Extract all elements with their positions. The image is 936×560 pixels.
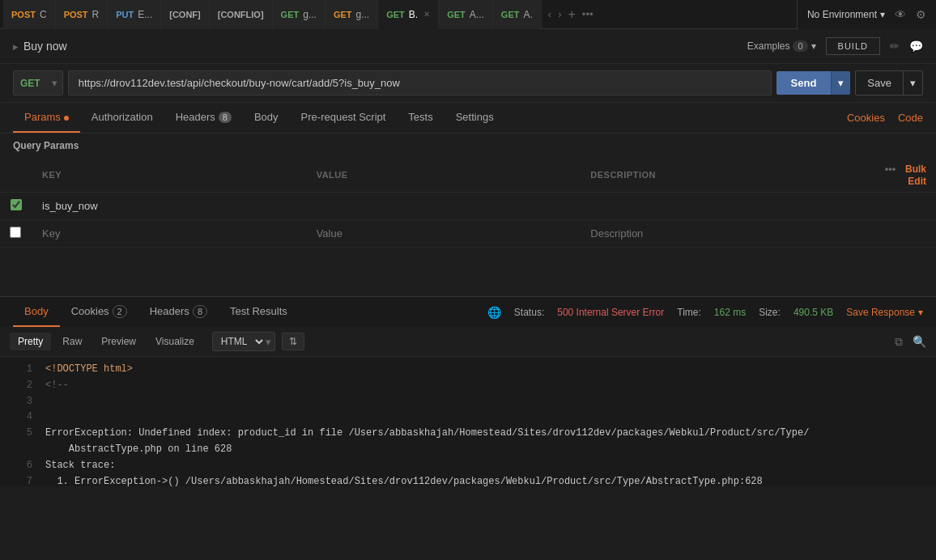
preview-view-button[interactable]: Preview [93,333,144,350]
bulk-edit-button[interactable]: Bulk Edit [905,163,926,187]
url-input[interactable] [68,70,772,95]
response-tabs-bar: Body Cookies2 Headers8 Test Results 🌐 St… [0,296,936,327]
build-button[interactable]: BUILD [826,37,880,55]
tab-label: B. [409,9,418,20]
response-tab-test-results[interactable]: Test Results [219,297,299,327]
row-desc-cell [581,193,855,220]
copy-icon[interactable]: ⧉ [895,335,903,349]
scroll-left-icon[interactable]: ‹ [548,8,551,20]
tab-headers[interactable]: Headers8 [164,103,243,133]
format-selector: HTML JSON XML Text ▾ [212,332,275,351]
new-key-input[interactable] [42,227,297,240]
tab-post-r[interactable]: POST R [56,0,108,29]
tab-get-a1[interactable]: GET A... [439,0,493,29]
response-status-area: 🌐 Status: 500 Internal Server Error Time… [487,306,923,319]
new-value-input[interactable] [317,227,572,240]
eye-icon[interactable]: 👁 [895,8,906,21]
line-content: <!-- [45,378,69,394]
code-line: 1 <!DOCTYPE html> [0,362,936,378]
headers-badge: 8 [219,112,232,123]
method-selector[interactable]: GET ▾ [13,70,63,95]
placeholder-actions-cell [855,220,936,248]
code-line: 6 Stack trace: [0,458,936,474]
row-checkbox[interactable] [11,199,22,210]
new-desc-input[interactable] [590,227,845,240]
value-input[interactable] [317,200,572,212]
more-tabs-icon[interactable]: ••• [582,8,594,20]
examples-button[interactable]: Examples 0 ▾ [747,40,816,52]
tab-authorization[interactable]: Authorization [80,103,164,133]
table-placeholder-row [0,220,936,248]
response-tab-headers[interactable]: Headers8 [138,297,219,327]
collapse-arrow-icon[interactable]: ▸ [13,40,19,53]
line-content: AbstractType.php on line 628 [45,442,232,458]
chevron-down-icon: ▾ [880,9,885,20]
request-header: ▸ Buy now Examples 0 ▾ BUILD ✏ 💬 [0,29,936,64]
line-content: <!DOCTYPE html> [45,362,133,378]
close-icon[interactable]: ✕ [423,10,430,19]
size-value: 490.5 KB [793,307,833,318]
save-response-button[interactable]: Save Response ▾ [846,307,923,318]
status-value: 500 Internal Server Error [557,307,664,318]
request-tabs-nav: Params Authorization Headers8 Body Pre-r… [0,103,936,134]
placeholder-checkbox[interactable] [10,227,21,238]
tab-get-g2[interactable]: GET g... [325,0,378,29]
cookies-badge: 2 [113,305,127,318]
tab-method: PUT [116,10,134,19]
tab-tests[interactable]: Tests [397,103,444,133]
tab-settings[interactable]: Settings [445,103,505,133]
tab-method: POST [11,10,36,19]
tab-conf2[interactable]: [CONFLIO] [210,0,273,29]
code-viewer: 1 <!DOCTYPE html> 2 <!-- 3 4 5 ErrorExce… [0,357,936,486]
line-number: 3 [6,394,32,410]
line-number: 2 [6,378,32,394]
tab-method: GET [447,10,466,19]
pretty-view-button[interactable]: Pretty [10,333,51,350]
new-tab-icon[interactable]: + [568,7,575,22]
code-link[interactable]: Code [898,112,923,124]
env-bar: No Environment ▾ 👁 ⚙ [797,0,936,29]
line-content: ErrorException: Undefined index: product… [45,426,809,442]
more-dots-icon[interactable]: ••• [885,163,896,175]
environment-selector[interactable]: No Environment ▾ [807,9,885,20]
tab-get-a2[interactable]: GET A. [493,0,542,29]
save-arrow-button[interactable]: ▾ [904,70,923,95]
tab-get-b[interactable]: GET B. ✕ [378,0,439,29]
edit-icon[interactable]: ✏ [890,40,900,53]
tab-actions: ‹ › + ••• [542,7,600,22]
scroll-right-icon[interactable]: › [558,8,561,20]
row-actions-cell [855,193,936,220]
send-arrow-button[interactable]: ▾ [831,71,850,95]
visualize-view-button[interactable]: Visualize [147,333,202,350]
sort-icon[interactable]: ⇅ [282,333,304,350]
send-button[interactable]: Send [776,71,832,95]
key-input[interactable] [42,200,297,212]
tab-params[interactable]: Params [13,103,80,133]
tab-conf1[interactable]: [CONF] [161,0,210,29]
tab-post-c[interactable]: POST C [3,0,56,29]
line-number: 5 [6,426,32,442]
comment-icon[interactable]: 💬 [909,40,923,53]
env-icons: 👁 ⚙ [895,8,926,21]
raw-view-button[interactable]: Raw [54,333,90,350]
tab-label: g... [356,9,370,20]
settings-icon[interactable]: ⚙ [916,8,926,21]
tab-prerequest-script[interactable]: Pre-request Script [290,103,398,133]
tab-put-e[interactable]: PUT E... [108,0,161,29]
response-tab-body[interactable]: Body [13,297,60,327]
desc-input[interactable] [590,200,845,212]
tab-body[interactable]: Body [243,103,290,133]
tab-method: POST [64,10,88,19]
cookies-link[interactable]: Cookies [847,112,885,124]
tab-get-g1[interactable]: GET g... [273,0,325,29]
line-number: 1 [6,362,32,378]
row-value-cell [307,193,581,220]
tab-method: GET [501,10,520,19]
size-label: Size: [759,307,781,318]
row-key-cell [32,193,307,220]
search-icon[interactable]: 🔍 [913,335,926,349]
request-name: Buy now [23,40,67,53]
format-select[interactable]: HTML JSON XML Text [213,333,266,350]
response-tab-cookies[interactable]: Cookies2 [60,297,138,327]
save-button[interactable]: Save [855,70,904,95]
